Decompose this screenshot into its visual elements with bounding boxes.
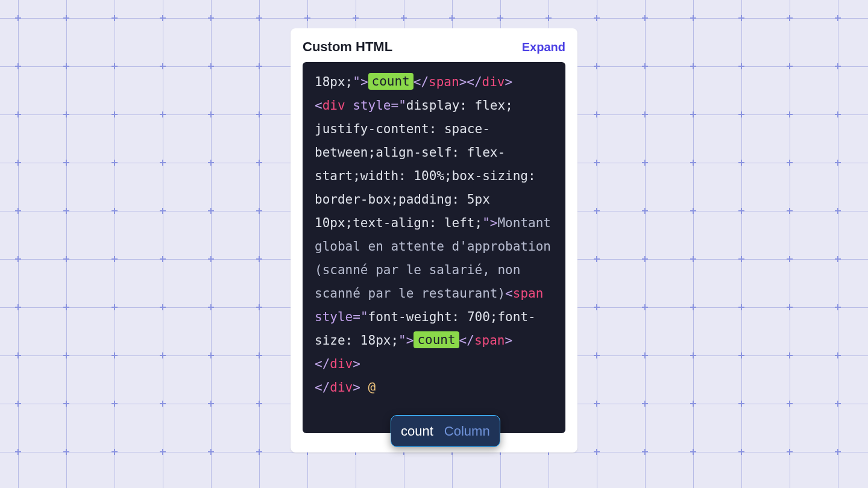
expand-button[interactable]: Expand	[522, 40, 565, 54]
card-title: Custom HTML	[303, 39, 392, 55]
autocomplete-item-type: Column	[444, 419, 490, 443]
card-header: Custom HTML Expand	[303, 39, 565, 55]
code-content: 18px;">count</span></div><div style="dis…	[315, 75, 551, 395]
code-editor[interactable]: 18px;">count</span></div><div style="dis…	[303, 62, 565, 433]
custom-html-card: Custom HTML Expand 18px;">count</span></…	[291, 28, 577, 452]
canvas-background[interactable]: Custom HTML Expand 18px;">count</span></…	[0, 0, 868, 488]
autocomplete-item-name[interactable]: count	[401, 419, 433, 443]
autocomplete-popover[interactable]: count Column	[391, 415, 500, 447]
